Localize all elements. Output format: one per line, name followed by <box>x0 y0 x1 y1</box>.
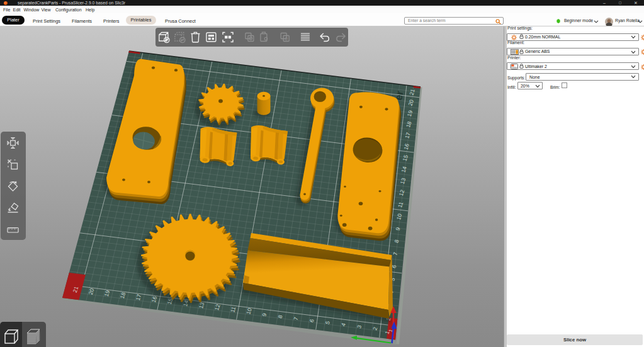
svg-text:0: 0 <box>285 36 288 42</box>
